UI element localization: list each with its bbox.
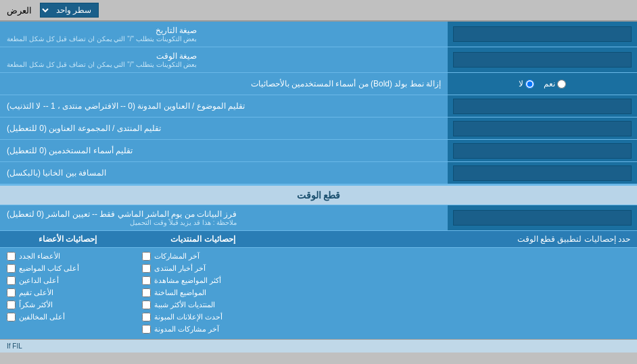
checkbox-3[interactable]	[142, 276, 151, 285]
user-limit-label: تقليم أسماء المستخدمين (0 للتعطيل)	[0, 140, 448, 161]
bold-radio-no[interactable]	[525, 80, 534, 88]
bold-radio-row: نعم لا إزالة نمط بولد (Bold) من أسماء ال…	[0, 73, 637, 95]
time-format-row: H:i صيغة الوقت بعض التكوينات يتطلب "/" ا…	[0, 47, 637, 73]
cut-section-header: قطع الوقت	[0, 184, 637, 205]
topic-limit-row: 33 تقليم الموضوع / العناوين المدونة (0 -…	[0, 95, 637, 118]
filter-input-wrap: 0	[448, 205, 637, 230]
topic-limit-input[interactable]: 33	[453, 99, 632, 114]
check-item-m2: أعلى كتاب المواضيع	[7, 264, 128, 273]
checkbox-m3[interactable]	[7, 276, 16, 285]
space-limit-input-wrap: 2	[448, 162, 637, 184]
checkboxes-grid: آخر المشاركات آخر أخبار المنتدى أكثر الم…	[0, 248, 637, 339]
stats-forums-header: إحصائيات المنتديات	[135, 231, 270, 247]
check-item-6: أحدث الإعلانات المبونة	[142, 313, 264, 321]
space-limit-input[interactable]: 2	[453, 165, 632, 181]
time-format-label: صيغة الوقت بعض التكوينات يتطلب "/" التي …	[0, 47, 448, 72]
check-item-m1: الأعضاء الجدد	[7, 252, 128, 261]
time-format-input[interactable]: H:i	[453, 52, 632, 68]
space-limit-label: المسافة بين الخانيا (بالبكسل)	[0, 162, 448, 184]
check-item-5: المنتديات الأكثر شببة	[142, 301, 264, 309]
space-limit-row: 2 المسافة بين الخانيا (بالبكسل)	[0, 162, 637, 184]
topic-limit-input-wrap: 33	[448, 95, 637, 117]
bold-radio-label: إزالة نمط بولد (Bold) من أسماء المستخدمي…	[0, 75, 448, 93]
check-item-7: آخر مشاركات المدونة	[142, 325, 264, 334]
checkbox-6[interactable]	[142, 313, 151, 321]
display-select[interactable]: سطر واحد سطرين ثلاثة أسطر	[40, 3, 99, 18]
filter-input[interactable]: 0	[453, 210, 632, 226]
checkbox-5[interactable]	[142, 301, 151, 309]
date-format-label: صيغة التاريخ بعض التكوينات يتطلب "/" الت…	[0, 22, 448, 47]
check-item-m6: أعلى المخالفين	[7, 313, 128, 321]
check-item-4: المواضيع الساخنة	[142, 288, 264, 297]
bold-radio-yes-label[interactable]: نعم	[544, 79, 566, 88]
limit-label: حدد إحصاليات لتطبيق قطع الوقت	[270, 231, 637, 247]
bottom-hint: If FIL	[0, 339, 637, 353]
time-format-input-wrap: H:i	[448, 47, 637, 72]
checkbox-7[interactable]	[142, 325, 151, 334]
topic-limit-label: تقليم الموضوع / العناوين المدونة (0 -- ا…	[0, 95, 448, 117]
filter-label: فرز البيانات من يوم الماشر الماشي فقط --…	[0, 205, 448, 230]
check-item-m3: أعلى الداعين	[7, 276, 128, 285]
forum-limit-label: تقليم المنتدى / المجموعة العناوين (0 للت…	[0, 118, 448, 139]
checkboxes-header-row: حدد إحصاليات لتطبيق قطع الوقت إحصائيات ا…	[0, 231, 637, 248]
check-item-3: أكثر المواضيع مشاهدة	[142, 276, 264, 285]
stats-members-header: إحصائيات الأعضاء	[0, 231, 135, 247]
checkbox-1[interactable]	[142, 252, 151, 261]
checkbox-m5[interactable]	[7, 301, 16, 309]
forum-limit-input-wrap: 33	[448, 118, 637, 139]
checkbox-m1[interactable]	[7, 252, 16, 261]
user-limit-input-wrap: 0	[448, 140, 637, 161]
check-item-2: آخر أخبار المنتدى	[142, 264, 264, 273]
user-limit-row: 0 تقليم أسماء المستخدمين (0 للتعطيل)	[0, 140, 637, 162]
forum-limit-row: 33 تقليم المنتدى / المجموعة العناوين (0 …	[0, 118, 637, 140]
filter-row: 0 فرز البيانات من يوم الماشر الماشي فقط …	[0, 205, 637, 231]
checkbox-m6[interactable]	[7, 313, 16, 321]
check-item-m5: الأكثر شكراً	[7, 301, 128, 309]
check-item-m4: الأعلى تقيم	[7, 288, 128, 297]
checkbox-2[interactable]	[142, 264, 151, 273]
forum-stats-col: آخر المشاركات آخر أخبار المنتدى أكثر الم…	[135, 252, 270, 334]
forum-limit-input[interactable]: 33	[453, 121, 632, 136]
user-limit-input[interactable]: 0	[453, 143, 632, 159]
checkbox-m2[interactable]	[7, 264, 16, 273]
bold-radio-inputs: نعم لا	[448, 73, 637, 95]
date-format-row: d-m صيغة التاريخ بعض التكوينات يتطلب "/"…	[0, 22, 637, 47]
date-format-input-wrap: d-m	[448, 22, 637, 47]
checkbox-4[interactable]	[142, 288, 151, 297]
display-label: العرض	[7, 5, 32, 16]
bold-radio-yes[interactable]	[557, 80, 566, 88]
date-format-input[interactable]: d-m	[453, 26, 632, 42]
check-item-1: آخر المشاركات	[142, 252, 264, 261]
top-bar: سطر واحد سطرين ثلاثة أسطر العرض	[0, 0, 637, 22]
checkbox-m4[interactable]	[7, 288, 16, 297]
member-stats-col: الأعضاء الجدد أعلى كتاب المواضيع أعلى ال…	[0, 252, 135, 334]
bold-radio-no-label[interactable]: لا	[519, 79, 534, 88]
